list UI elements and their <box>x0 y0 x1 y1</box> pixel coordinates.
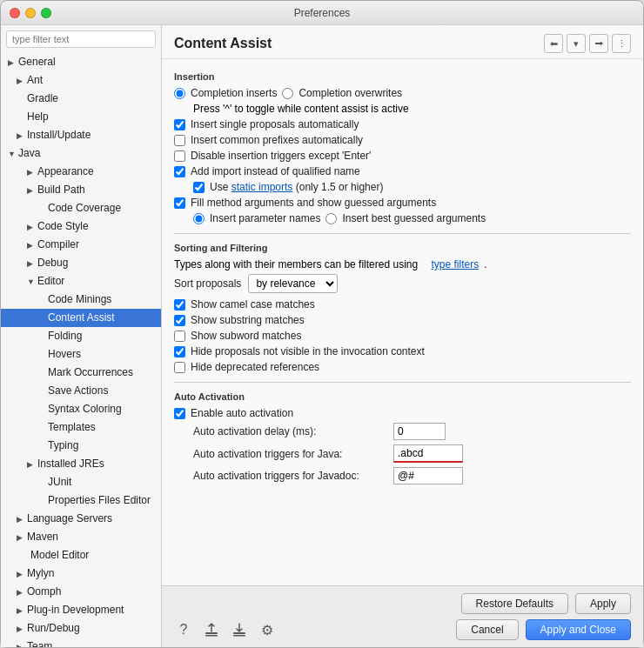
toolbar-forward-button[interactable]: ⮕ <box>589 34 608 53</box>
sidebar-item-compiler[interactable]: ▶Compiler <box>1 236 161 254</box>
add-import-checkbox[interactable] <box>174 166 185 177</box>
export-icon[interactable] <box>202 620 221 639</box>
enable-auto-activation-row: Enable auto activation <box>174 407 631 419</box>
show-camel-case-checkbox[interactable] <box>174 299 185 311</box>
minimize-button[interactable] <box>25 8 36 18</box>
sidebar-item-properties-files-editor[interactable]: Properties Files Editor <box>1 491 161 510</box>
sidebar-item-maven[interactable]: ▶Maven <box>1 528 161 546</box>
sidebar-item-save-actions[interactable]: Save Actions <box>1 382 161 400</box>
sidebar-item-syntax-coloring[interactable]: Syntax Coloring <box>1 400 161 418</box>
sidebar-item-code-coverage[interactable]: Code Coverage <box>1 199 161 217</box>
sidebar-item-installed-jres[interactable]: ▶Installed JREs <box>1 455 161 473</box>
disable-triggers-checkbox[interactable] <box>174 150 185 162</box>
insert-best-guessed-radio[interactable] <box>325 213 337 224</box>
triggers-java-input[interactable] <box>393 444 463 463</box>
completion-overwrites-radio[interactable] <box>282 88 293 99</box>
sidebar-item-editor[interactable]: ▼Editor <box>1 272 161 291</box>
bottom-row-2: ? ⚙ Cancel Apply and Close <box>174 619 631 640</box>
disable-triggers-label[interactable]: Disable insertion triggers except 'Enter… <box>191 150 371 162</box>
insertion-section-title: Insertion <box>174 71 631 82</box>
toolbar-menu-button[interactable]: ⋮ <box>612 34 631 53</box>
help-icon[interactable]: ? <box>174 620 193 639</box>
sidebar-item-debug[interactable]: ▶Debug <box>1 254 161 272</box>
sidebar-item-gradle[interactable]: Gradle <box>1 90 161 108</box>
sidebar-item-java[interactable]: ▼Java <box>1 144 161 163</box>
show-subword-label[interactable]: Show subword matches <box>191 330 301 342</box>
insert-param-names-label[interactable]: Insert parameter names <box>210 212 320 224</box>
sidebar-item-mylyn[interactable]: ▶Mylyn <box>1 564 161 583</box>
fill-method-label[interactable]: Fill method arguments and show guessed a… <box>191 197 436 209</box>
completion-inserts-label[interactable]: Completion inserts <box>191 87 277 99</box>
sidebar-item-build-path[interactable]: ▶Build Path <box>1 181 161 199</box>
apply-close-button[interactable]: Apply and Close <box>526 619 631 640</box>
hide-deprecated-checkbox[interactable] <box>174 362 185 373</box>
insert-common-row: Insert common prefixes automatically <box>174 134 631 146</box>
completion-overwrites-label[interactable]: Completion overwrites <box>299 87 402 99</box>
use-static-imports-checkbox[interactable] <box>193 182 205 193</box>
toolbar-back-button[interactable]: ⬅ <box>544 34 563 53</box>
insert-common-label[interactable]: Insert common prefixes automatically <box>191 134 363 146</box>
insert-best-guessed-label[interactable]: Insert best guessed arguments <box>342 212 486 224</box>
restore-defaults-button[interactable]: Restore Defaults <box>461 593 568 614</box>
triggers-javadoc-input[interactable] <box>393 467 463 484</box>
sidebar-item-junit[interactable]: JUnit <box>1 473 161 491</box>
add-import-label[interactable]: Add import instead of qualified name <box>191 165 360 177</box>
subword-row: Show subword matches <box>174 330 631 342</box>
sidebar-item-team[interactable]: ▶Team <box>1 638 161 647</box>
panel-header: Content Assist ⬅ ▾ ⮕ ⋮ <box>162 25 643 59</box>
hide-not-visible-checkbox[interactable] <box>174 346 185 357</box>
insert-common-checkbox[interactable] <box>174 135 185 146</box>
sidebar-item-model-editor[interactable]: Model Editor <box>1 546 161 564</box>
panel-title: Content Assist <box>174 36 272 51</box>
toolbar-dropdown-button[interactable]: ▾ <box>567 34 586 53</box>
show-camel-case-label[interactable]: Show camel case matches <box>191 298 315 311</box>
delay-row: Auto activation delay (ms): <box>174 423 631 440</box>
close-button[interactable] <box>10 8 20 18</box>
sidebar-item-content-assist[interactable]: Content Assist <box>1 309 161 327</box>
enable-auto-activation-label[interactable]: Enable auto activation <box>191 407 293 419</box>
sidebar-item-oomph[interactable]: ▶Oomph <box>1 583 161 601</box>
sidebar-item-templates[interactable]: Templates <box>1 418 161 437</box>
use-static-imports-row: Use static imports (only 1.5 or higher) <box>174 181 631 193</box>
show-substring-checkbox[interactable] <box>174 315 185 326</box>
type-filters-link[interactable]: type filters <box>432 258 480 271</box>
delay-input[interactable] <box>393 423 446 440</box>
parameter-names-row: Insert parameter names Insert best guess… <box>174 212 631 224</box>
import-icon[interactable] <box>230 620 249 639</box>
sidebar-item-folding[interactable]: Folding <box>1 327 161 345</box>
hide-not-visible-label[interactable]: Hide proposals not visible in the invoca… <box>191 345 425 357</box>
show-substring-label[interactable]: Show substring matches <box>191 314 305 326</box>
settings-icon[interactable]: ⚙ <box>258 620 277 639</box>
sidebar-item-code-style[interactable]: ▶Code Style <box>1 217 161 236</box>
completion-inserts-radio[interactable] <box>174 88 185 99</box>
apply-button[interactable]: Apply <box>575 593 631 614</box>
sidebar-item-install-update[interactable]: ▶Install/Update <box>1 126 161 144</box>
enable-auto-activation-checkbox[interactable] <box>174 408 185 419</box>
preferences-window: Preferences ▶General ▶Ant Gradle Help ▶I… <box>0 0 644 648</box>
sidebar-item-ant[interactable]: ▶Ant <box>1 71 161 90</box>
show-subword-checkbox[interactable] <box>174 331 185 342</box>
sidebar-item-general[interactable]: ▶General <box>1 53 161 71</box>
sort-proposals-row: Sort proposals by relevance alphabetical… <box>174 274 631 293</box>
fill-method-checkbox[interactable] <box>174 197 185 209</box>
maximize-button[interactable] <box>41 8 51 18</box>
hide-deprecated-label[interactable]: Hide deprecated references <box>191 361 319 373</box>
sidebar-item-plugin-dev[interactable]: ▶Plug-in Development <box>1 601 161 619</box>
sidebar-item-hovers[interactable]: Hovers <box>1 345 161 364</box>
sidebar-item-mark-occurrences[interactable]: Mark Occurrences <box>1 364 161 382</box>
window-title: Preferences <box>294 7 351 19</box>
insert-param-names-radio[interactable] <box>193 213 205 224</box>
sidebar-item-run-debug[interactable]: ▶Run/Debug <box>1 619 161 638</box>
sidebar-item-appearance[interactable]: ▶Appearance <box>1 163 161 181</box>
cancel-button[interactable]: Cancel <box>456 619 518 640</box>
filter-input[interactable] <box>6 30 156 48</box>
insert-single-label[interactable]: Insert single proposals automatically <box>191 118 359 130</box>
sidebar-item-code-minings[interactable]: Code Minings <box>1 291 161 309</box>
sort-proposals-select[interactable]: by relevance alphabetically <box>248 274 338 293</box>
titlebar: Preferences <box>1 1 643 25</box>
sidebar-item-typing[interactable]: Typing <box>1 437 161 455</box>
sidebar-item-help[interactable]: Help <box>1 108 161 126</box>
insert-single-checkbox[interactable] <box>174 119 185 130</box>
sidebar-item-language-servers[interactable]: ▶Language Servers <box>1 510 161 528</box>
static-imports-link[interactable]: static imports <box>231 181 293 193</box>
